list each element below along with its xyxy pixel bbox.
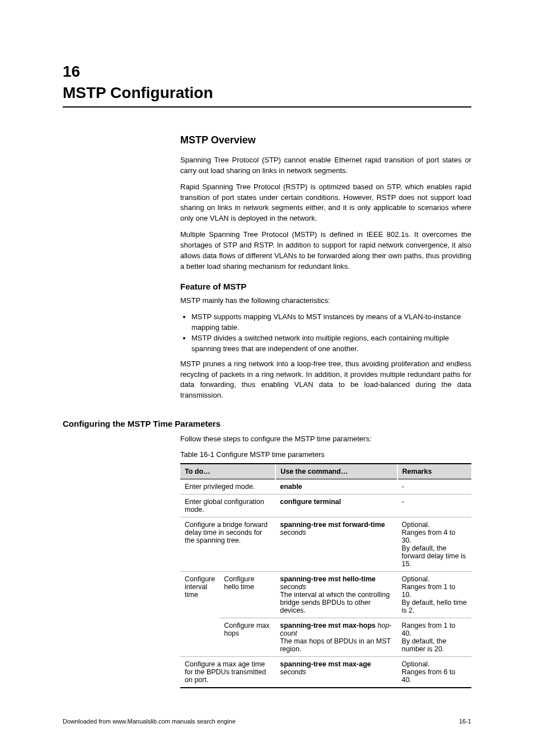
cell-todo: Enter privileged mode.: [180, 479, 275, 494]
feature-heading: Feature of MSTP: [180, 282, 471, 291]
overview-para1: Spanning Tree Protocol (STP) cannot enab…: [180, 155, 471, 176]
cell-remarks: -: [397, 494, 471, 517]
chapter-rule: [63, 106, 471, 108]
cmd-arg: seconds: [280, 529, 306, 536]
feature-para2: MSTP prunes a ring network into a loop-f…: [180, 359, 471, 401]
cmd-desc: The max hops of BPDUs in an MST region.: [280, 637, 391, 653]
cell-remarks: Optional.Ranges from 4 to 30.By default,…: [397, 517, 471, 571]
cell-group-label: Configure interval time: [180, 571, 219, 656]
page-footer: Downloaded from www.Manualslib.com manua…: [63, 718, 471, 725]
table-row: Configure a bridge forward delay time in…: [180, 517, 471, 571]
cmd-desc: The interval at which the controlling br…: [280, 591, 390, 614]
feature-bullets: MSTP supports mapping VLANs to MST insta…: [180, 312, 471, 354]
cmd-arg: seconds: [280, 668, 306, 676]
cell-todo: Enter global configuration mode.: [180, 494, 275, 517]
table-row: Configure max hops spanning-tree mst max…: [180, 618, 471, 656]
cell-cmd: enable: [275, 479, 397, 494]
feature-bullet-2: MSTP divides a switched network into mul…: [191, 333, 471, 354]
cell-cmd: configure terminal: [275, 494, 397, 517]
cell-remarks: Ranges from 1 to 40.By default, the numb…: [397, 618, 471, 656]
cell-todo: Configure a bridge forward delay time in…: [180, 517, 275, 571]
table-header-row: To do… Use the command… Remarks: [180, 464, 471, 479]
cell-remarks: Optional.Ranges from 6 to 40.: [397, 656, 471, 688]
overview-heading: MSTP Overview: [180, 134, 471, 146]
cell-sub-label: Configure hello time: [219, 571, 275, 618]
table-row: Enter privileged mode. enable -: [180, 479, 471, 494]
feature-bullet-1: MSTP supports mapping VLANs to MST insta…: [191, 312, 471, 333]
col-todo: To do…: [180, 464, 275, 479]
table-row: Configure interval time Configure hello …: [180, 571, 471, 618]
cell-remarks: -: [397, 479, 471, 494]
cell-cmd: spanning-tree mst hello-time seconds The…: [275, 571, 397, 618]
chapter-label: 16: [63, 63, 471, 81]
cell-remarks: Optional.Ranges from 1 to 10.By default,…: [397, 571, 471, 618]
overview-para2: Rapid Spanning Tree Protocol (RSTP) is o…: [180, 182, 471, 224]
col-remarks: Remarks: [397, 464, 471, 479]
feature-intro: MSTP mainly has the following characteri…: [180, 296, 471, 306]
col-command: Use the command…: [275, 464, 397, 479]
overview-para3: Multiple Spanning Tree Protocol (MSTP) i…: [180, 230, 471, 272]
cell-cmd: spanning-tree mst max-age seconds: [275, 656, 397, 688]
mstp-time-table: To do… Use the command… Remarks Enter pr…: [180, 463, 471, 688]
cmd-arg: seconds: [280, 583, 306, 591]
chapter-title: MSTP Configuration: [63, 84, 471, 102]
table-row: Configure a max age time for the BPDUs t…: [180, 656, 471, 688]
table-caption: Table 16-1 Configure MSTP time parameter…: [180, 450, 471, 459]
table-row: Enter global configuration mode. configu…: [180, 494, 471, 517]
cell-cmd: spanning-tree mst max-hops hop-count The…: [275, 618, 397, 656]
config-section-title: Configuring the MSTP Time Parameters: [63, 419, 471, 428]
cell-cmd: spanning-tree mst forward-time seconds: [275, 517, 397, 571]
cell-todo: Configure a max age time for the BPDUs t…: [180, 656, 275, 688]
footer-page-number: 16-1: [459, 718, 471, 725]
cell-sub-label: Configure max hops: [219, 618, 275, 656]
footer-left: Downloaded from www.Manualslib.com manua…: [63, 718, 236, 725]
config-intro: Follow these steps to configure the MSTP…: [180, 434, 471, 445]
